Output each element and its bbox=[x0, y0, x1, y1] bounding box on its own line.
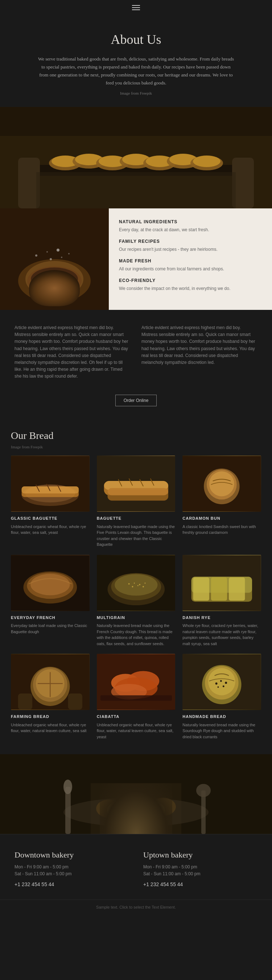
svg-point-28 bbox=[61, 256, 62, 258]
uptown-hours-1: Mon - Fri 9:00 am - 5:00 pm bbox=[143, 864, 258, 870]
bread-name-ciabatta: CIABATTA bbox=[97, 714, 176, 720]
bread-name-handmade-bread: HANDMADE BREAD bbox=[182, 714, 261, 720]
bread-desc-handmade-bread: Naturally leavened bread made using the … bbox=[182, 722, 261, 740]
bread-image-glassic-baguette bbox=[11, 455, 90, 512]
bread-item-everyday-french: EVERYDAY FRENCH Everyday table loaf made… bbox=[11, 555, 90, 647]
order-btn-wrap: Order Online bbox=[0, 387, 272, 421]
bread-name-baguette: BAGUETTE bbox=[97, 515, 176, 522]
svg-point-111 bbox=[130, 804, 131, 806]
text-columns: Article evident arrived express highest … bbox=[0, 310, 272, 387]
svg-point-69 bbox=[132, 586, 133, 587]
svg-point-103 bbox=[64, 798, 208, 827]
svg-rect-40 bbox=[22, 486, 79, 494]
feature-title-1: NATURAL INGREDIENTS bbox=[119, 218, 262, 225]
text-col-1: Article evident arrived express highest … bbox=[14, 325, 131, 380]
bread-item-danish-rye: DANISH RYE Whole rye flour, cracked rye … bbox=[182, 555, 261, 647]
svg-point-104 bbox=[96, 800, 122, 818]
bread-item-farming-bread: FARMING BREAD Unbleached organic wheat f… bbox=[11, 654, 90, 740]
bread-desc-farming-bread: Unbleached organic wheat flour, whole ry… bbox=[11, 722, 90, 734]
svg-point-106 bbox=[107, 798, 165, 823]
svg-point-99 bbox=[223, 685, 224, 687]
bread-name-glassic-baguette: GLASSIC BAGUETTE bbox=[11, 515, 90, 522]
svg-point-114 bbox=[64, 780, 72, 794]
footer-sample-text: Sample text. Click to select the Text El… bbox=[0, 900, 272, 915]
downtown-hours-2: Sat - Sun 11:00 am - 5:00 pm bbox=[14, 870, 129, 877]
svg-point-26 bbox=[68, 253, 70, 255]
bread-item-multigrain: MULTIGRAIN Naturally leavened bread made… bbox=[97, 555, 176, 647]
svg-point-116 bbox=[196, 784, 211, 797]
downtown-title: Downtown bakery bbox=[14, 849, 129, 861]
bread-name-danish-rye: DANISH RYE bbox=[182, 615, 261, 621]
svg-point-33 bbox=[61, 273, 69, 281]
svg-rect-16 bbox=[0, 107, 272, 136]
bread-section: Our Bread Image from Freepik GLASSIC BAG… bbox=[0, 421, 272, 754]
about-freepik-label: Image from Freepik bbox=[36, 90, 236, 97]
bread-name-farming-bread: FARMING BREAD bbox=[11, 714, 90, 720]
bread-image-cardamon-bun bbox=[182, 455, 261, 512]
bread-desc-danish-rye: Whole rye flour, cracked rye berries, wa… bbox=[182, 623, 261, 647]
bread-item-glassic-baguette: GLASSIC BAGUETTE Unbleached organic whea… bbox=[11, 455, 90, 547]
svg-point-27 bbox=[50, 258, 52, 260]
feature-desc-2: Our recipes aren't just recipes - they a… bbox=[119, 246, 262, 253]
svg-point-35 bbox=[56, 278, 64, 286]
text-col-2: Article evident arrived express highest … bbox=[141, 325, 258, 380]
features-box: NATURAL INGREDIENTS Every day, at the cr… bbox=[109, 208, 272, 310]
svg-rect-84 bbox=[18, 694, 32, 710]
bread-image-handmade-bread bbox=[182, 654, 261, 710]
bread-desc-cardamon-bun: A classic knotted Swedish sweet bun with… bbox=[182, 524, 261, 536]
feature-desc-1: Every day, at the crack at dawn, we star… bbox=[119, 226, 262, 233]
bread-item-baguette: BAGUETTE Naturally leavened baguette mad… bbox=[97, 455, 176, 547]
about-description: We serve traditional baked goods that ar… bbox=[36, 55, 236, 87]
svg-point-65 bbox=[128, 583, 130, 585]
hero-image bbox=[0, 107, 272, 208]
svg-rect-102 bbox=[91, 783, 181, 834]
bread-desc-everyday-french: Everyday table loaf made using the Class… bbox=[11, 623, 90, 635]
svg-point-31 bbox=[39, 273, 48, 282]
svg-point-24 bbox=[46, 251, 48, 253]
svg-point-107 bbox=[115, 800, 117, 802]
bread-desc-multigrain: Naturally leavened bread made using the … bbox=[97, 623, 176, 647]
svg-point-110 bbox=[155, 802, 157, 804]
svg-rect-19 bbox=[36, 172, 236, 208]
svg-point-32 bbox=[49, 270, 59, 280]
downtown-location: Downtown bakery Mon - Fri 9:00 am - 5:00… bbox=[14, 849, 129, 889]
svg-point-68 bbox=[144, 582, 146, 584]
features-image bbox=[0, 208, 109, 310]
order-online-button[interactable]: Order Online bbox=[115, 395, 157, 406]
svg-point-23 bbox=[35, 255, 37, 256]
bread-image-baguette bbox=[97, 455, 176, 512]
navigation bbox=[0, 0, 272, 15]
feature-desc-3: All our ingredients come from local farm… bbox=[119, 266, 262, 272]
svg-point-97 bbox=[220, 680, 222, 682]
bread-name-everyday-french: EVERYDAY FRENCH bbox=[11, 615, 90, 621]
bread-desc-baguette: Naturally leavened baguette made using t… bbox=[97, 524, 176, 547]
svg-rect-101 bbox=[0, 754, 272, 834]
svg-point-34 bbox=[45, 279, 53, 286]
bread-item-ciabatta: CIABATTA Unbleached organic wheat flour,… bbox=[97, 654, 176, 740]
locations-section: Downtown bakery Mon - Fri 9:00 am - 5:00… bbox=[0, 834, 272, 900]
uptown-location: Uptown bakery Mon - Fri 9:00 am - 5:00 p… bbox=[143, 849, 258, 889]
hamburger-menu-button[interactable] bbox=[132, 5, 140, 10]
svg-point-64 bbox=[115, 574, 157, 595]
svg-point-71 bbox=[142, 586, 144, 587]
svg-point-25 bbox=[57, 249, 59, 251]
svg-point-105 bbox=[150, 798, 176, 816]
svg-point-96 bbox=[215, 682, 218, 685]
svg-point-29 bbox=[27, 266, 82, 295]
bread-item-cardamon-bun: CARDAMON BUN A classic knotted Swedish s… bbox=[182, 455, 261, 547]
svg-point-60 bbox=[30, 574, 70, 595]
svg-rect-76 bbox=[211, 578, 227, 601]
about-title: About Us bbox=[36, 30, 236, 49]
svg-point-30 bbox=[31, 267, 78, 291]
svg-rect-85 bbox=[68, 694, 82, 710]
svg-point-15 bbox=[193, 156, 221, 167]
uptown-hours-2: Sat - Sun 11:00 am - 5:00 pm bbox=[143, 870, 258, 877]
svg-point-112 bbox=[141, 796, 142, 798]
svg-point-95 bbox=[208, 668, 235, 695]
uptown-title: Uptown bakery bbox=[143, 849, 258, 861]
uptown-phone: +1 232 454 55 44 bbox=[143, 880, 258, 888]
svg-point-98 bbox=[225, 682, 227, 684]
features-section: NATURAL INGREDIENTS Every day, at the cr… bbox=[0, 208, 272, 310]
svg-point-66 bbox=[134, 582, 135, 584]
bread-image-farming-bread bbox=[11, 654, 90, 710]
